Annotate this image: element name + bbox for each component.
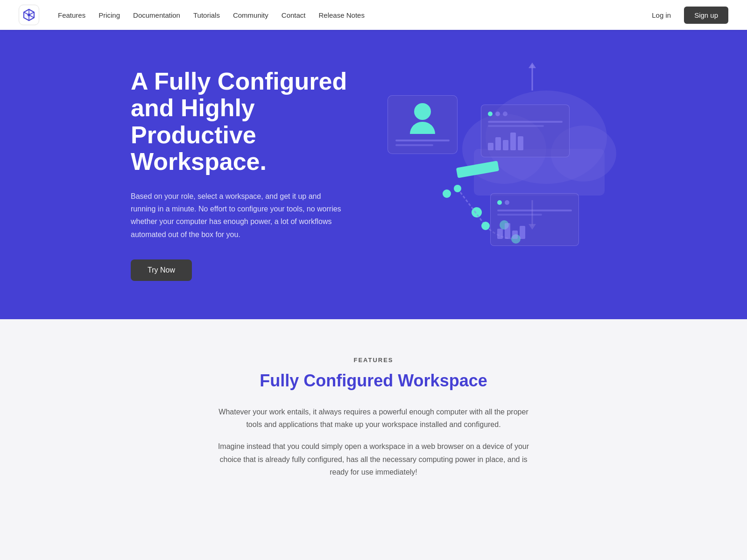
- bar2-1: [497, 229, 503, 239]
- nav-link-tutorials[interactable]: Tutorials: [193, 11, 220, 19]
- card-line-2: [395, 144, 433, 146]
- login-button[interactable]: Log in: [646, 8, 677, 22]
- nav-link-pricing[interactable]: Pricing: [99, 11, 120, 19]
- svg-marker-6: [529, 63, 536, 68]
- card2-dot-green: [497, 200, 502, 205]
- nav-links: Features Pricing Documentation Tutorials…: [58, 11, 646, 19]
- bar-3: [503, 140, 508, 150]
- logo-box: [19, 5, 39, 25]
- nav-link-features[interactable]: Features: [58, 11, 85, 19]
- features-label: FEATURES: [19, 357, 728, 364]
- logo-icon: [22, 8, 36, 22]
- navbar: Features Pricing Documentation Tutorials…: [0, 0, 747, 30]
- svg-point-10: [481, 222, 490, 230]
- nav-actions: Log in Sign up: [646, 7, 728, 24]
- nav-link-documentation[interactable]: Documentation: [133, 11, 180, 19]
- card-line-1: [395, 140, 450, 141]
- nav-link-release-notes[interactable]: Release Notes: [319, 11, 365, 19]
- card-row-1: [488, 121, 563, 123]
- hero-title: A Fully Configured and Highly Productive…: [131, 68, 374, 175]
- signup-button[interactable]: Sign up: [684, 7, 728, 24]
- card2-row-1: [497, 210, 572, 211]
- hero-inner: A Fully Configured and Highly Productive…: [93, 30, 654, 319]
- bar2-4: [520, 226, 525, 239]
- card-row-2: [488, 125, 544, 127]
- bar-1: [488, 143, 493, 150]
- data-card-1: [481, 105, 570, 157]
- bar2-3: [512, 231, 518, 239]
- svg-point-0: [28, 14, 30, 16]
- nav-link-community[interactable]: Community: [233, 11, 268, 19]
- bar-5: [518, 136, 523, 150]
- try-now-button[interactable]: Try Now: [131, 259, 192, 281]
- hero-text: A Fully Configured and Highly Productive…: [131, 68, 374, 281]
- bar-4: [510, 133, 516, 150]
- card-dot-green: [488, 112, 493, 116]
- features-title: Fully Configured Workspace: [19, 371, 728, 391]
- hero-description: Based on your role, select a workspace, …: [131, 190, 345, 241]
- person-card: [388, 95, 458, 154]
- card2-row-2: [497, 214, 542, 216]
- avatar-head: [414, 103, 431, 120]
- avatar-body: [410, 122, 435, 134]
- card-dot-faded: [503, 112, 507, 116]
- card-dot-purple: [495, 112, 500, 116]
- bar-2: [495, 137, 501, 150]
- hero-section: A Fully Configured and Highly Productive…: [0, 0, 747, 319]
- nav-link-contact[interactable]: Contact: [282, 11, 306, 19]
- data-card-2: [490, 193, 579, 246]
- hero-illustration: [374, 58, 616, 291]
- card2-dot-purple: [505, 200, 509, 205]
- features-desc-2: Imagine instead that you could simply op…: [210, 440, 537, 478]
- features-desc-1: Whatever your work entails, it always re…: [210, 406, 537, 431]
- features-section: FEATURES Fully Configured Workspace What…: [0, 319, 747, 516]
- logo[interactable]: [19, 5, 39, 25]
- svg-point-9: [454, 185, 461, 192]
- bar2-2: [505, 223, 510, 239]
